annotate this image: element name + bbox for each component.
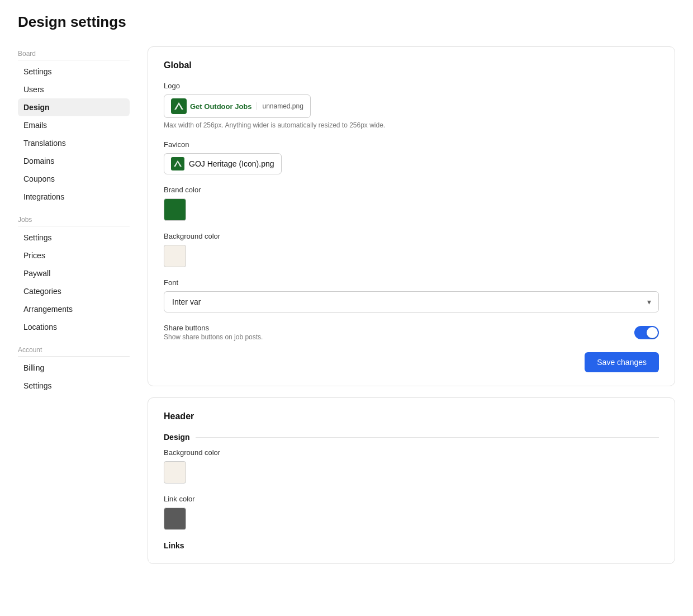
header-link-color-label: Link color (164, 495, 659, 503)
brand-color-label: Brand color (164, 186, 659, 194)
sidebar-item-categories[interactable]: Categories (18, 282, 130, 300)
background-color-label: Background color (164, 232, 659, 240)
font-select-wrapper: Inter varRobotoOpen SansLatoMontserrat ▾ (164, 291, 659, 312)
share-label-group: Share buttons Show share buttons on job … (164, 324, 263, 341)
header-links-section-label: Links (164, 541, 659, 550)
logo-filename: unnamed.png (257, 102, 303, 110)
brand-color-field-group: Brand color (164, 186, 659, 221)
logo-helper-text: Max width of 256px. Anything wider is au… (164, 121, 659, 129)
main-content: Global Logo Get Outdoor Jobs (148, 46, 675, 564)
header-card-title: Header (164, 411, 659, 421)
logo-image-area: Get Outdoor Jobs (171, 98, 252, 114)
header-link-color-swatch[interactable] (164, 508, 186, 530)
favicon-field-group: Favicon GOJ Heritage (Icon).png (164, 140, 659, 174)
sidebar-section-jobs: Jobs (18, 212, 130, 226)
header-background-color-swatch[interactable] (164, 461, 186, 484)
sidebar-item-jobs-settings[interactable]: Settings (18, 229, 130, 247)
favicon-display[interactable]: GOJ Heritage (Icon).png (164, 153, 282, 174)
sidebar-item-billing[interactable]: Billing (18, 359, 130, 377)
sidebar-item-design[interactable]: Design (18, 98, 130, 116)
brand-color-swatch[interactable] (164, 198, 186, 221)
sidebar-item-domains[interactable]: Domains (18, 152, 130, 170)
logo-brand-text: Get Outdoor Jobs (190, 102, 252, 111)
toggle-thumb (647, 327, 658, 338)
global-card-footer: Save changes (164, 352, 659, 372)
sidebar-item-account-settings[interactable]: Settings (18, 377, 130, 395)
favicon-icon (171, 157, 184, 170)
share-buttons-toggle[interactable] (634, 326, 659, 339)
logo-icon (171, 98, 187, 114)
sidebar-item-paywall[interactable]: Paywall (18, 264, 130, 282)
sidebar-item-emails[interactable]: Emails (18, 116, 130, 134)
share-buttons-field-group: Share buttons Show share buttons on job … (164, 324, 659, 341)
font-select[interactable]: Inter varRobotoOpen SansLatoMontserrat (164, 291, 659, 312)
background-color-swatch[interactable] (164, 245, 186, 267)
logo-label: Logo (164, 82, 659, 90)
header-background-color-field-group: Background color (164, 448, 659, 484)
sidebar-item-translations[interactable]: Translations (18, 134, 130, 152)
sidebar-section-account: Account (18, 343, 130, 357)
sidebar: Board SettingsUsersDesignEmailsTranslati… (18, 46, 130, 395)
font-label: Font (164, 278, 659, 287)
page-title: Design settings (18, 13, 675, 31)
sidebar-section-board: Board (18, 46, 130, 60)
sidebar-item-prices[interactable]: Prices (18, 247, 130, 264)
sidebar-item-board-settings[interactable]: Settings (18, 63, 130, 80)
header-design-section-label: Design (164, 433, 659, 442)
header-link-color-field-group: Link color (164, 495, 659, 530)
share-buttons-sublabel: Show share buttons on job posts. (164, 333, 263, 341)
sidebar-item-integrations[interactable]: Integrations (18, 188, 130, 206)
sidebar-item-locations[interactable]: Locations (18, 318, 130, 336)
header-background-color-label: Background color (164, 448, 659, 457)
share-buttons-row: Share buttons Show share buttons on job … (164, 324, 659, 341)
header-card: Header Design Background color Link colo… (148, 397, 675, 564)
font-field-group: Font Inter varRobotoOpen SansLatoMontser… (164, 278, 659, 312)
background-color-field-group: Background color (164, 232, 659, 267)
sidebar-item-arrangements[interactable]: Arrangements (18, 300, 130, 318)
logo-field-group: Logo Get Outdoor Jobs unnamed.png (164, 82, 659, 129)
favicon-label: Favicon (164, 140, 659, 149)
share-buttons-label: Share buttons (164, 324, 263, 332)
favicon-filename: GOJ Heritage (Icon).png (189, 159, 274, 168)
save-changes-button[interactable]: Save changes (585, 352, 659, 372)
global-card-title: Global (164, 60, 659, 70)
logo-display[interactable]: Get Outdoor Jobs unnamed.png (164, 94, 311, 118)
sidebar-item-coupons[interactable]: Coupons (18, 170, 130, 188)
sidebar-item-users[interactable]: Users (18, 80, 130, 98)
global-card: Global Logo Get Outdoor Jobs (148, 46, 675, 386)
